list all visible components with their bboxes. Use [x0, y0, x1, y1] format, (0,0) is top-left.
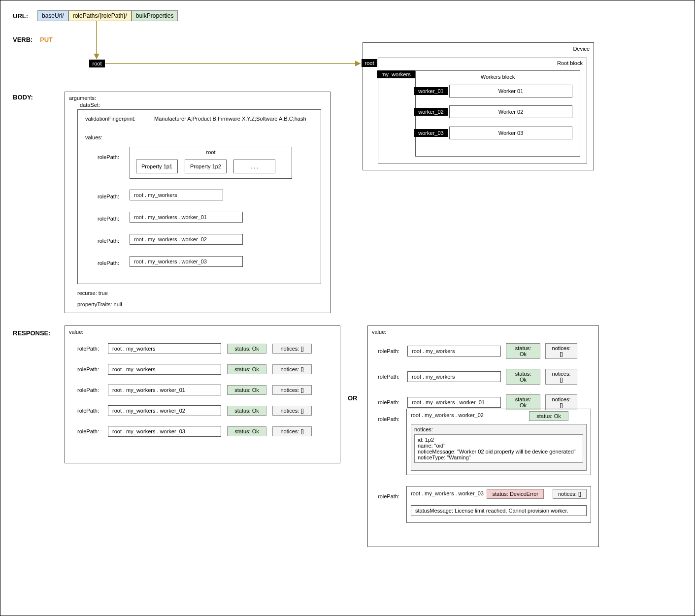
- resp-rp-label: rolePath:: [77, 366, 102, 372]
- resp-row: rolePath:root . my_workersstatus: Oknoti…: [77, 364, 332, 375]
- resp-rp-label: rolePath:: [77, 387, 102, 393]
- rolepath-label-2: rolePath:: [98, 216, 119, 222]
- notice-id: id: 1p2: [418, 437, 580, 443]
- rolepath-label-0: rolePath:: [98, 154, 119, 160]
- resp2-statusmsg: statusMessage: License limit reached. Ca…: [411, 505, 587, 516]
- resp-rp-value: root . my_workers . worker_03: [108, 426, 221, 437]
- rp-w03: root . my_workers . worker_03: [130, 256, 243, 267]
- rolepath-label-1: rolePath:: [98, 194, 119, 199]
- resp-status: status: Ok: [227, 406, 266, 416]
- resp-rp-value: root . my_workers . worker_02: [108, 405, 221, 416]
- workers-block: Workers block worker_01 Worker 01 worker…: [415, 70, 580, 157]
- resp2-row: rolePath:root . my_workersstatus: Oknoti…: [378, 343, 593, 359]
- resp2-w02-box: root . my_workers . worker_02 status: Ok…: [406, 409, 591, 475]
- values-label: values:: [85, 134, 102, 140]
- rp-myworkers: root . my_workers: [130, 190, 223, 200]
- resp-rp-label: rolePath:: [77, 346, 102, 352]
- resp2-rp-label: rolePath:: [378, 399, 402, 405]
- prop-dots: . . .: [233, 160, 275, 173]
- resp-notices: notices: []: [272, 426, 312, 436]
- args-label: arguments:: [69, 95, 96, 101]
- resp2-row: rolePath:root . my_workersstatus: Oknoti…: [378, 369, 593, 385]
- resp2-notices-hdr: notices:: [414, 426, 583, 432]
- resp2-notices-box: notices: id: 1p2 name: "oid" noticeMessa…: [411, 424, 587, 471]
- url-seg-base: baseUrl/: [37, 10, 68, 21]
- prop-1p2: Property 1p2: [185, 160, 227, 173]
- resp2-w03-path: root . my_workers . worker_03: [411, 490, 484, 496]
- resp2-value-label: value:: [372, 329, 386, 335]
- response-left-panel: value: rolePath:root . my_workersstatus:…: [65, 325, 340, 463]
- resp2-status: status: Ok: [506, 343, 540, 359]
- resp2-rp-value: root . my_workers: [407, 346, 501, 357]
- worker02-box: Worker 02: [449, 105, 572, 118]
- verb-label: VERB:: [13, 36, 33, 43]
- fp-label: validationFingerprint:: [85, 116, 135, 122]
- verb-value: PUT: [40, 36, 53, 43]
- worker03-box: Worker 03: [449, 127, 572, 139]
- notice-type: noticeType: "Warning": [418, 454, 580, 460]
- resp-rp-value: root . my_workers: [108, 343, 221, 354]
- resp-notices: notices: []: [272, 385, 312, 395]
- traits-label: propertyTraits: null: [77, 301, 122, 307]
- resp2-w03-box: root . my_workers . worker_03 status: De…: [406, 486, 591, 523]
- worker02-tag: worker_02: [414, 108, 448, 116]
- resp2-status: status: Ok: [506, 369, 540, 385]
- resp2-w02-path: root . my_workers . worker_02: [411, 412, 484, 418]
- resp-notices: notices: []: [272, 406, 312, 416]
- resp-notices: notices: []: [272, 344, 312, 354]
- resp2-notices: notices: []: [545, 369, 577, 385]
- resp2-rp-label-4: rolePath:: [378, 416, 399, 422]
- resp-row: rolePath:root . my_workersstatus: Oknoti…: [77, 343, 332, 354]
- resp2-w02-status: status: Ok: [529, 411, 568, 421]
- resp-status: status: Ok: [227, 385, 266, 395]
- root-block: Root block my_workers Workers block work…: [378, 58, 587, 163]
- resp-status: status: Ok: [227, 426, 266, 436]
- notice-name: name: "oid": [418, 443, 580, 449]
- response-right-panel: value: rolePath:root . my_workersstatus:…: [367, 325, 599, 547]
- resp-status: status: Ok: [227, 364, 266, 374]
- resp-row: rolePath:root . my_workers . worker_01st…: [77, 385, 332, 395]
- resp2-w03-notices: notices: []: [553, 489, 587, 499]
- resp2-rp-label: rolePath:: [378, 348, 402, 354]
- url-label: URL:: [13, 12, 28, 20]
- url-seg-action: bulkProperties: [132, 10, 178, 21]
- or-label: OR: [348, 394, 358, 402]
- rp-w01: root . my_workers . worker_01: [130, 212, 243, 223]
- resp-rp-label: rolePath:: [77, 428, 102, 434]
- root-block-title: Root block: [557, 60, 583, 66]
- notice-msg: noticeMessage: "Worker 02 oid property w…: [418, 449, 580, 454]
- resp-value-label: value:: [69, 329, 83, 335]
- myworkers-tag: my_workers: [377, 70, 415, 78]
- device-panel: Device root Root block my_workers Worker…: [363, 42, 594, 170]
- url-segments: baseUrl/rolePaths/{rolePath}/bulkPropert…: [37, 10, 178, 21]
- fp-value: Manufacturer A;Product B;Firmware X.Y.Z;…: [154, 116, 306, 122]
- root-values-box: root Property 1p1 Property 1p2 . . .: [130, 147, 292, 179]
- rp-w02: root . my_workers . worker_02: [130, 234, 243, 245]
- response-label: RESPONSE:: [13, 329, 51, 337]
- dataset-fieldset: validationFingerprint: Manufacturer A;Pr…: [77, 109, 321, 284]
- resp2-notices: notices: []: [545, 343, 577, 359]
- resp-rp-value: root . my_workers: [108, 364, 221, 375]
- resp-rp-value: root . my_workers . worker_01: [108, 385, 221, 395]
- device-title: Device: [573, 46, 590, 52]
- root-tag-left: root: [89, 60, 105, 67]
- rolepath-label-3: rolePath:: [98, 238, 119, 244]
- root-box-title: root: [130, 149, 292, 155]
- resp-status: status: Ok: [227, 344, 266, 354]
- resp2-rp-label-5: rolePath:: [378, 493, 399, 499]
- resp-rp-label: rolePath:: [77, 408, 102, 414]
- dataset-label: dataSet:: [80, 102, 100, 108]
- body-label: BODY:: [13, 94, 33, 101]
- resp2-status: status: Ok: [506, 394, 540, 410]
- workers-block-title: Workers block: [416, 74, 580, 80]
- resp2-w03-status: status: DeviceError: [487, 489, 544, 499]
- resp-notices: notices: []: [272, 364, 312, 374]
- resp2-rp-value: root . my_workers: [407, 371, 501, 382]
- rolepath-label-4: rolePath:: [98, 260, 119, 266]
- prop-1p1: Property 1p1: [136, 160, 178, 173]
- resp2-rp-label: rolePath:: [378, 374, 402, 380]
- url-seg-path: rolePaths/{rolePath}/: [68, 10, 132, 21]
- body-panel: arguments: dataSet: validationFingerprin…: [65, 92, 331, 313]
- resp2-row: rolePath:root . my_workers . worker_01st…: [378, 394, 593, 410]
- worker01-box: Worker 01: [449, 85, 572, 97]
